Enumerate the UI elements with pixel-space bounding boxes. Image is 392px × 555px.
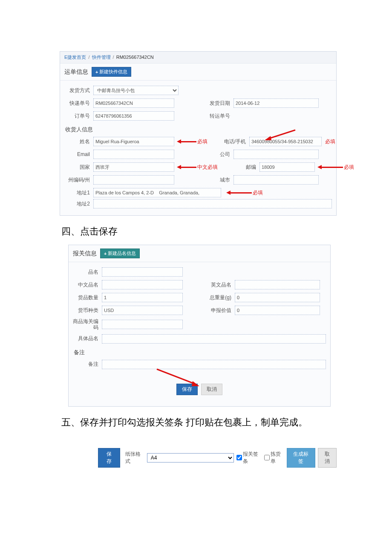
company-label: 公司 bbox=[205, 151, 233, 158]
city-input[interactable] bbox=[233, 175, 319, 185]
addr2-input[interactable] bbox=[93, 199, 332, 208]
breadcrumb-current: RM025667342CN bbox=[116, 55, 154, 60]
zip-required-note: 必填 bbox=[344, 164, 354, 171]
currency-label: 货币种类 bbox=[73, 307, 102, 314]
step4-heading: 四、点击保存 bbox=[61, 225, 337, 238]
addr1-input[interactable] bbox=[93, 188, 221, 197]
shipping-section-bar: 运单信息 + 新建快件信息 bbox=[60, 64, 336, 81]
shipping-section-title: 运单信息 bbox=[64, 68, 88, 76]
decval-label: 申报价值 bbox=[206, 307, 235, 314]
shipping-form-panel: E捷发首页 / 快件管理 / RM025667342CN 运单信息 + 新建快件… bbox=[60, 51, 337, 216]
cancel-button[interactable]: 取消 bbox=[201, 384, 222, 395]
arrow-icon bbox=[177, 165, 196, 169]
customs-checkbox-label: 报关签条 bbox=[243, 451, 261, 465]
transferno-label: 转运单号 bbox=[205, 113, 233, 120]
addr1-required-note: 必填 bbox=[253, 189, 263, 197]
print-bar: 保存 纸张格式 A4 报关签条 拣货单 生成标签 取消 bbox=[98, 448, 337, 468]
breadcrumb-mgmt-link[interactable]: 快件管理 bbox=[92, 55, 111, 60]
name-required-note: 必填 bbox=[197, 138, 208, 145]
shipdate-input[interactable] bbox=[233, 98, 319, 108]
cname-input[interactable] bbox=[102, 280, 183, 289]
currency-input[interactable] bbox=[102, 306, 183, 315]
phone-label: 电话/手机 bbox=[220, 138, 249, 145]
zip-label: 邮编 bbox=[231, 164, 259, 171]
shipdate-label: 发货日期 bbox=[205, 100, 233, 107]
new-product-label: 新建品名信息 bbox=[108, 250, 136, 257]
customs-checkbox[interactable]: 报关签条 bbox=[236, 451, 261, 465]
hs-input[interactable] bbox=[102, 320, 183, 329]
cname-label: 中文品名 bbox=[73, 281, 102, 289]
country-input[interactable] bbox=[93, 162, 174, 172]
print-save-button[interactable]: 保存 bbox=[98, 448, 120, 468]
paper-label: 纸张格式 bbox=[125, 451, 144, 465]
arrow-icon bbox=[317, 165, 343, 169]
plus-icon: + bbox=[95, 69, 98, 75]
phone-required-note: 必填 bbox=[325, 138, 335, 145]
paper-select[interactable]: A4 bbox=[147, 453, 234, 462]
customs-form-panel: 报关信息 + 新建品名信息 品名 中文品名 英文品名 bbox=[68, 245, 331, 407]
trackno-input[interactable] bbox=[93, 98, 174, 108]
ship-method-select[interactable]: 中邮青岛挂号小包 bbox=[93, 86, 179, 95]
addr2-label: 地址2 bbox=[64, 200, 93, 208]
svg-line-2 bbox=[157, 369, 194, 384]
generate-label-button[interactable]: 生成标签 bbox=[287, 448, 315, 468]
orderno-input[interactable] bbox=[93, 111, 174, 121]
breadcrumb: E捷发首页 / 快件管理 / RM025667342CN bbox=[60, 52, 336, 64]
qty-label: 货品数量 bbox=[73, 294, 102, 301]
decval-input[interactable] bbox=[235, 306, 320, 315]
ename-label: 英文品名 bbox=[206, 281, 235, 289]
city-label: 城市 bbox=[205, 176, 233, 184]
remark-title: 备注 bbox=[73, 345, 326, 358]
ship-method-label: 发货方式 bbox=[64, 87, 93, 94]
new-shipment-button[interactable]: + 新建快件信息 bbox=[92, 67, 131, 77]
orderno-label: 订单号 bbox=[64, 113, 93, 120]
trackno-label: 快递单号 bbox=[64, 100, 93, 107]
remark-input[interactable] bbox=[102, 360, 326, 369]
arrow-icon bbox=[226, 191, 252, 195]
pick-checkbox-label: 拣货单 bbox=[271, 451, 284, 465]
customs-section-title: 报关信息 bbox=[73, 250, 97, 257]
print-cancel-button[interactable]: 取消 bbox=[318, 448, 337, 468]
pick-checkbox[interactable]: 拣货单 bbox=[264, 451, 284, 465]
pick-checkbox-input[interactable] bbox=[264, 455, 270, 460]
ename-input[interactable] bbox=[235, 280, 320, 289]
email-input[interactable] bbox=[93, 150, 174, 159]
save-button[interactable]: 保存 bbox=[176, 384, 198, 395]
weight-input[interactable] bbox=[235, 293, 320, 302]
addr1-label: 地址1 bbox=[64, 189, 93, 197]
new-product-button[interactable]: + 新建品名信息 bbox=[100, 249, 140, 258]
new-shipment-label: 新建快件信息 bbox=[99, 69, 127, 75]
detail-input[interactable] bbox=[102, 334, 326, 344]
arrow-icon bbox=[177, 139, 196, 144]
statecode-input[interactable] bbox=[93, 175, 174, 185]
qty-input[interactable] bbox=[102, 293, 183, 302]
pname-input[interactable] bbox=[102, 267, 183, 277]
statecode-label: 州编码/州 bbox=[64, 176, 93, 184]
weight-label: 总重量(g) bbox=[206, 294, 235, 301]
name-label: 姓名 bbox=[64, 138, 93, 145]
customs-checkbox-input[interactable] bbox=[236, 455, 242, 460]
country-label: 国家 bbox=[64, 164, 93, 171]
remark-label: 备注 bbox=[73, 361, 102, 368]
customs-section-bar: 报关信息 + 新建品名信息 bbox=[69, 245, 330, 262]
phone-input[interactable] bbox=[249, 137, 322, 146]
plus-icon: + bbox=[104, 251, 107, 256]
zip-input[interactable] bbox=[259, 162, 315, 172]
hs-label: 商品海关编码 bbox=[73, 318, 102, 331]
recipient-title: 收货人信息 bbox=[64, 122, 332, 135]
email-label: Email bbox=[64, 151, 93, 157]
detail-label: 具体品名 bbox=[73, 335, 102, 342]
country-required-note: 中文必填 bbox=[197, 164, 218, 171]
pname-label: 品名 bbox=[73, 269, 102, 276]
name-input[interactable] bbox=[93, 137, 174, 146]
company-input[interactable] bbox=[233, 150, 319, 159]
breadcrumb-home-link[interactable]: E捷发首页 bbox=[64, 55, 86, 60]
step5-heading: 五、保存并打印勾选报关签条 打印贴在包裹上，制单完成。 bbox=[61, 416, 337, 429]
